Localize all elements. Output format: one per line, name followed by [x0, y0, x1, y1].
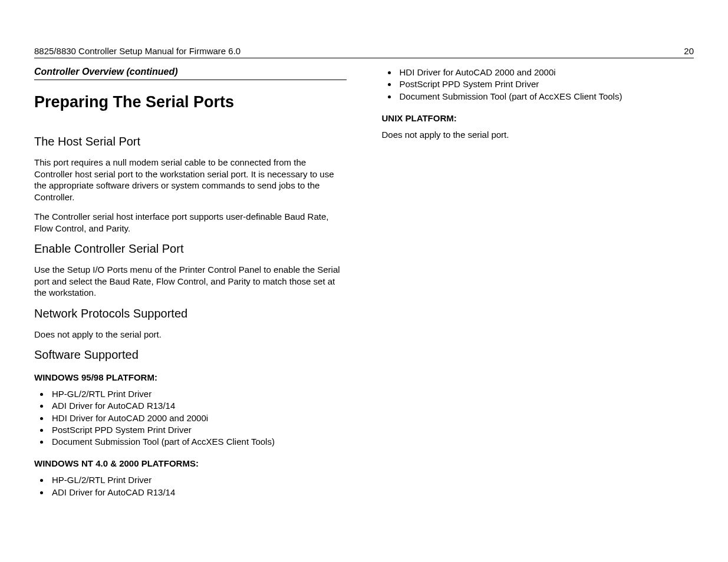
list-item: HP-GL/2/RTL Print Driver [50, 474, 347, 486]
page-header: 8825/8830 Controller Setup Manual for Fi… [34, 46, 694, 58]
winnt-list-part2: HDI Driver for AutoCAD 2000 and 2000i Po… [382, 67, 694, 103]
paragraph: Does not apply to the serial port. [382, 129, 694, 141]
platform-label-win9598: WINDOWS 95/98 PLATFORM: [34, 372, 347, 382]
list-item: Document Submission Tool (part of AccXES… [397, 91, 694, 103]
paragraph: Does not apply to the serial port. [34, 329, 347, 340]
subheading-host-serial-port: The Host Serial Port [34, 135, 347, 148]
content-columns: Controller Overview (continued) Preparin… [34, 67, 694, 507]
win9598-list: HP-GL/2/RTL Print Driver ADI Driver for … [34, 388, 347, 448]
paragraph: This port requires a null modem serial c… [34, 157, 347, 203]
list-item: PostScript PPD System Print Driver [397, 78, 694, 90]
list-item: Document Submission Tool (part of AccXES… [50, 436, 347, 448]
paragraph: The Controller serial host interface por… [34, 211, 347, 234]
list-item: HDI Driver for AutoCAD 2000 and 2000i [397, 67, 694, 78]
paragraph: Use the Setup I/O Ports menu of the Prin… [34, 264, 347, 299]
left-column: Controller Overview (continued) Preparin… [34, 67, 347, 507]
platform-label-winnt: WINDOWS NT 4.0 & 2000 PLATFORMS: [34, 458, 347, 468]
list-item: ADI Driver for AutoCAD R13/14 [50, 487, 347, 498]
document-page: 8825/8830 Controller Setup Manual for Fi… [0, 0, 728, 562]
subheading-enable-port: Enable Controller Serial Port [34, 242, 347, 256]
main-heading: Preparing The Serial Ports [34, 93, 347, 111]
header-title: 8825/8830 Controller Setup Manual for Fi… [34, 46, 241, 56]
winnt-list-part1: HP-GL/2/RTL Print Driver ADI Driver for … [34, 474, 347, 498]
list-item: HDI Driver for AutoCAD 2000 and 2000i [50, 412, 347, 424]
list-item: PostScript PPD System Print Driver [50, 424, 347, 436]
platform-label-unix: UNIX PLATFORM: [382, 113, 694, 123]
subheading-network-protocols: Network Protocols Supported [34, 307, 347, 320]
list-item: ADI Driver for AutoCAD R13/14 [50, 400, 347, 412]
page-number: 20 [684, 46, 694, 56]
subheading-software-supported: Software Supported [34, 348, 347, 362]
section-continued-label: Controller Overview (continued) [34, 67, 347, 80]
right-column: HDI Driver for AutoCAD 2000 and 2000i Po… [382, 67, 694, 507]
list-item: HP-GL/2/RTL Print Driver [50, 388, 347, 400]
